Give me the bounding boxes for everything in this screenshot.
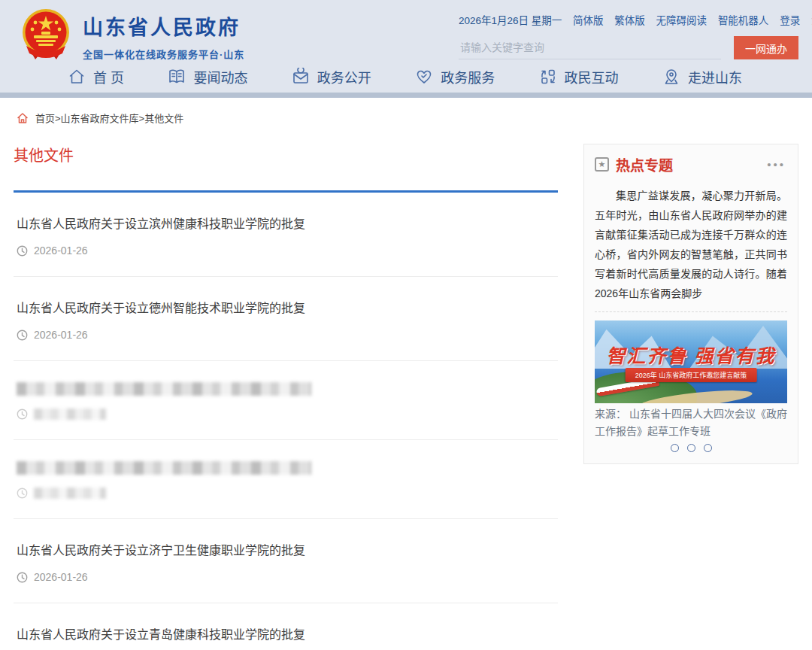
document-date: 2026-01-26 xyxy=(34,245,88,257)
nav-item-services[interactable]: 政务服务 xyxy=(415,67,495,87)
table-row[interactable]: 山东省人民政府关于设立德州智能技术职业学院的批复 2026-01-26 xyxy=(14,277,558,361)
carousel-pagination xyxy=(595,444,787,452)
link-robot[interactable]: 智能机器人 xyxy=(718,15,769,26)
clock-icon xyxy=(17,487,28,499)
utility-bar: 2026年1月26日 星期一 简体版 繁体版 无障碍阅读 智能机器人 登录 注册 xyxy=(459,12,798,27)
heart-icon xyxy=(415,68,433,86)
nav-item-about[interactable]: 走进山东 xyxy=(662,67,742,87)
dashed-divider xyxy=(595,311,787,312)
breadcrumb-path[interactable]: 首页>山东省政府文件库>其他文件 xyxy=(35,111,183,125)
document-date: 2026-01-26 xyxy=(34,329,88,341)
link-accessibility[interactable]: 无障碍阅读 xyxy=(656,15,707,26)
site-title: 山东省人民政府 xyxy=(83,11,244,41)
carousel-dot[interactable] xyxy=(671,444,679,452)
banner-ribbon: 2026年 山东省政府工作邀您建言献策 xyxy=(626,368,757,382)
document-title-link[interactable]: 山东省人民政府关于设立济宁卫生健康职业学院的批复 xyxy=(17,540,558,558)
site-subtitle: 全国一体化在线政务服务平台·山东 xyxy=(83,47,244,61)
mail-icon xyxy=(292,68,310,86)
nav-label: 政务服务 xyxy=(441,67,495,87)
home-icon xyxy=(68,68,86,86)
nav-item-home[interactable]: 首 页 xyxy=(68,67,124,87)
clock-icon xyxy=(17,330,28,341)
nav-label: 首 页 xyxy=(93,67,124,87)
national-emblem-logo xyxy=(19,7,73,61)
nav-item-interaction[interactable]: 政民互动 xyxy=(539,67,619,87)
table-row-redacted[interactable] xyxy=(14,440,558,519)
featured-star-icon: ★ xyxy=(595,157,609,172)
link-traditional[interactable]: 繁体版 xyxy=(614,15,645,26)
nav-item-disclosure[interactable]: 政务公开 xyxy=(292,67,371,87)
exchange-icon xyxy=(539,68,557,86)
more-options-icon[interactable]: ••• xyxy=(767,158,787,171)
topic-source-text[interactable]: 来源： 山东省十四届人大四次会议《政府工作报告》起草工作专班 xyxy=(595,405,787,440)
nav-label: 要闻动态 xyxy=(193,67,247,87)
book-icon xyxy=(168,68,186,86)
page-title: 其他文件 xyxy=(14,144,558,166)
yiwangtongban-button[interactable]: 一网通办 xyxy=(734,36,798,59)
table-row[interactable]: 山东省人民政府关于设立济宁卫生健康职业学院的批复 2026-01-26 xyxy=(14,519,558,603)
topic-banner-image[interactable]: 智汇齐鲁 强省有我 2026年 山东省政府工作邀您建言献策 xyxy=(595,320,787,403)
breadcrumb: 首页>山东省政府文件库>其他文件 xyxy=(0,98,812,125)
header-divider-strip xyxy=(0,93,812,98)
nav-label: 政民互动 xyxy=(565,67,619,87)
carousel-dot[interactable] xyxy=(704,444,712,452)
link-login[interactable]: 登录 xyxy=(780,15,800,26)
site-header: 山东省人民政府 全国一体化在线政务服务平台·山东 2026年1月26日 星期一 … xyxy=(0,0,812,98)
main-nav: 首 页 要闻动态 政务公开 政务服务 政民互动 走进山东 xyxy=(0,61,812,93)
clock-icon xyxy=(17,245,28,257)
document-title-link[interactable]: 山东省人民政府关于设立德州智能技术职业学院的批复 xyxy=(17,298,558,316)
document-date: 2026-01-26 xyxy=(34,571,88,583)
hot-topics-panel: ★ 热点专题 ••• 集思广益谋发展，凝心聚力开新局。五年时光，由山东省人民政府… xyxy=(583,144,798,464)
nav-label: 走进山东 xyxy=(688,67,742,87)
map-pin-icon xyxy=(662,68,680,86)
banner-headline: 智汇齐鲁 强省有我 xyxy=(595,341,787,368)
link-simplified[interactable]: 简体版 xyxy=(573,15,604,26)
current-date: 2026年1月26日 星期一 xyxy=(459,15,562,26)
redacted-document-title xyxy=(17,382,311,396)
redacted-document-title xyxy=(17,461,311,475)
table-row-redacted[interactable] xyxy=(14,361,558,440)
clock-icon xyxy=(17,572,28,583)
nav-label: 政务公开 xyxy=(317,67,371,87)
topic-summary-text: 集思广益谋发展，凝心聚力开新局。五年时光，由山东省人民政府网举办的建言献策征集活… xyxy=(595,186,787,303)
table-row[interactable]: 山东省人民政府关于设立滨州健康科技职业学院的批复 2026-01-26 xyxy=(14,193,558,277)
search-input[interactable] xyxy=(459,37,721,59)
table-row[interactable]: 山东省人民政府关于设立青岛健康科技职业学院的批复 2026-01-26 xyxy=(14,603,558,650)
hot-topics-title: 热点专题 xyxy=(616,154,673,175)
carousel-dot[interactable] xyxy=(687,444,695,452)
home-icon[interactable] xyxy=(17,112,29,124)
document-list-section: 其他文件 山东省人民政府关于设立滨州健康科技职业学院的批复 2026-01-26… xyxy=(14,125,558,650)
redacted-document-date xyxy=(34,409,106,420)
document-title-link[interactable]: 山东省人民政府关于设立青岛健康科技职业学院的批复 xyxy=(17,624,558,642)
redacted-document-date xyxy=(34,487,106,499)
nav-item-news[interactable]: 要闻动态 xyxy=(168,67,247,87)
clock-icon xyxy=(17,409,28,420)
document-title-link[interactable]: 山东省人民政府关于设立滨州健康科技职业学院的批复 xyxy=(17,214,558,232)
